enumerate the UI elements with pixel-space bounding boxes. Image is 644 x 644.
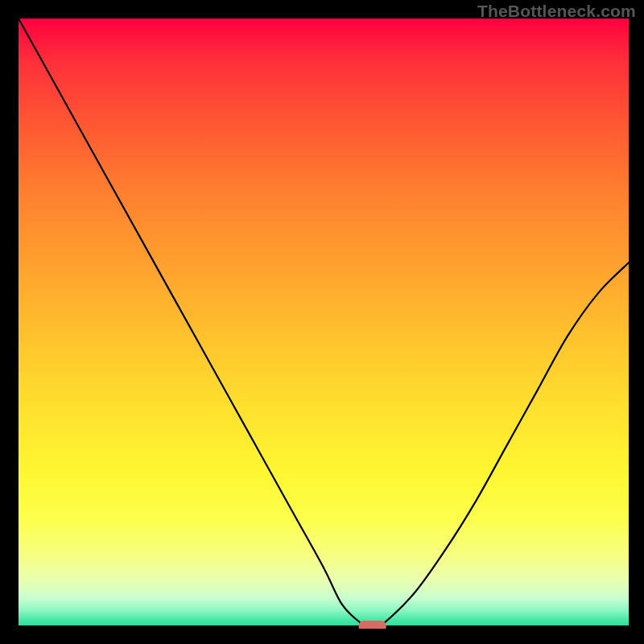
bottleneck-curve (19, 19, 629, 629)
chart-frame: TheBottleneck.com (0, 0, 644, 644)
plot-area (19, 19, 629, 629)
chart-svg (19, 19, 629, 629)
minimum-marker (359, 621, 386, 629)
watermark-text: TheBottleneck.com (477, 2, 636, 21)
